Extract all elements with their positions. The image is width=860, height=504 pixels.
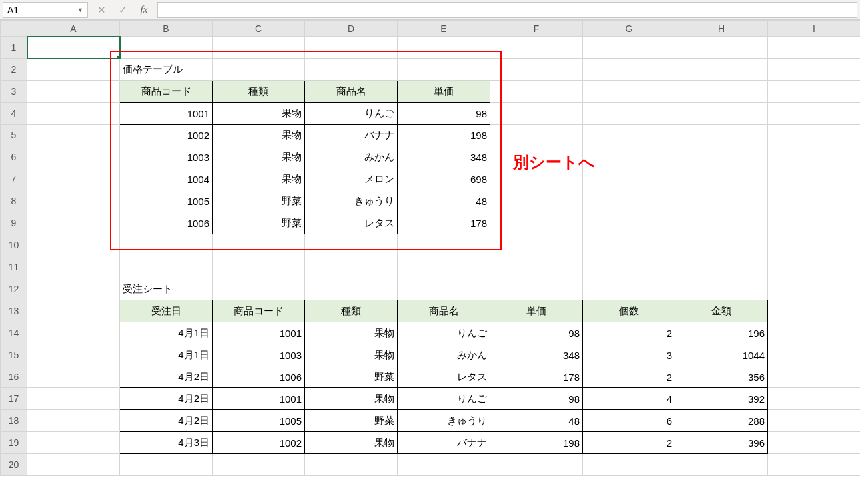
cell[interactable]	[675, 168, 768, 190]
row-header[interactable]: 8	[1, 190, 27, 212]
table1-header[interactable]: 単価	[398, 81, 490, 103]
cell[interactable]	[490, 212, 583, 234]
cell[interactable]	[583, 37, 675, 59]
cell[interactable]: 396	[675, 432, 768, 454]
cell[interactable]	[213, 256, 305, 278]
cell[interactable]: 4月2日	[120, 366, 213, 388]
table2-header[interactable]: 商品コード	[213, 300, 305, 322]
cell[interactable]	[27, 103, 120, 125]
formula-input[interactable]	[157, 2, 857, 18]
cell[interactable]	[27, 81, 120, 103]
cell[interactable]: バナナ	[305, 125, 398, 146]
cell[interactable]: 果物	[305, 388, 398, 410]
cell[interactable]: 348	[398, 146, 490, 168]
cell[interactable]	[305, 37, 398, 59]
row-header[interactable]: 4	[1, 103, 27, 125]
cell[interactable]: 1002	[120, 125, 213, 146]
cell[interactable]: きゅうり	[398, 410, 490, 432]
cell[interactable]	[768, 81, 861, 103]
cell[interactable]	[305, 454, 398, 476]
row-header[interactable]: 14	[1, 322, 27, 344]
cell[interactable]: 1001	[213, 388, 305, 410]
column-header[interactable]: G	[583, 21, 675, 37]
cell[interactable]	[27, 125, 120, 146]
cell[interactable]: レタス	[398, 366, 490, 388]
table2-header[interactable]: 受注日	[120, 300, 213, 322]
table1-title[interactable]: 価格テーブル	[120, 59, 213, 81]
cell[interactable]	[675, 81, 768, 103]
cell[interactable]: 348	[490, 344, 583, 366]
cell[interactable]: 178	[398, 212, 490, 234]
cell[interactable]: 1001	[120, 103, 213, 125]
cell[interactable]: みかん	[398, 344, 490, 366]
cell[interactable]	[305, 59, 398, 81]
row-header[interactable]: 19	[1, 432, 27, 454]
cell[interactable]	[27, 454, 120, 476]
cell[interactable]	[768, 432, 861, 454]
row-header[interactable]: 18	[1, 410, 27, 432]
cell[interactable]	[583, 168, 675, 190]
cell[interactable]	[675, 454, 768, 476]
enter-icon[interactable]: ✓	[115, 4, 131, 16]
row-header[interactable]: 5	[1, 125, 27, 146]
cell[interactable]	[27, 256, 120, 278]
name-box[interactable]: A1 ▼	[3, 2, 88, 18]
column-header[interactable]: E	[398, 21, 490, 37]
cell[interactable]	[213, 454, 305, 476]
cell[interactable]	[120, 454, 213, 476]
cell[interactable]: 4月1日	[120, 322, 213, 344]
column-header[interactable]: B	[120, 21, 213, 37]
cell[interactable]: 98	[490, 322, 583, 344]
cell[interactable]: 1004	[120, 168, 213, 190]
cell[interactable]: 4月2日	[120, 410, 213, 432]
cell[interactable]	[768, 168, 861, 190]
cell[interactable]: 果物	[305, 432, 398, 454]
cell[interactable]	[675, 190, 768, 212]
cell-A1[interactable]	[27, 37, 120, 59]
cell[interactable]	[398, 59, 490, 81]
cell[interactable]	[583, 103, 675, 125]
cell[interactable]: 178	[490, 366, 583, 388]
cell[interactable]	[768, 454, 861, 476]
cell[interactable]: 98	[490, 388, 583, 410]
cell[interactable]: 48	[398, 190, 490, 212]
cell[interactable]	[768, 256, 861, 278]
cell[interactable]: 果物	[213, 125, 305, 146]
cell[interactable]: 2	[583, 322, 675, 344]
cell[interactable]	[490, 256, 583, 278]
cell[interactable]	[398, 278, 490, 300]
column-header[interactable]: H	[675, 21, 768, 37]
row-header[interactable]: 10	[1, 234, 27, 256]
cell[interactable]: 1003	[120, 146, 213, 168]
cell[interactable]: 1005	[120, 190, 213, 212]
cell[interactable]	[27, 366, 120, 388]
cell[interactable]	[583, 454, 675, 476]
cell[interactable]: 1005	[213, 410, 305, 432]
row-header[interactable]: 17	[1, 388, 27, 410]
cell[interactable]: りんご	[398, 388, 490, 410]
cell[interactable]	[675, 59, 768, 81]
cell[interactable]: 野菜	[213, 190, 305, 212]
cell[interactable]	[213, 234, 305, 256]
row-header[interactable]: 11	[1, 256, 27, 278]
cell[interactable]	[768, 410, 861, 432]
cell[interactable]	[27, 59, 120, 81]
cell[interactable]: 1006	[213, 366, 305, 388]
cell[interactable]	[398, 37, 490, 59]
cell[interactable]	[768, 344, 861, 366]
cell[interactable]	[490, 278, 583, 300]
table1-header[interactable]: 種類	[213, 81, 305, 103]
row-header[interactable]: 9	[1, 212, 27, 234]
cell[interactable]	[583, 256, 675, 278]
cell[interactable]: レタス	[305, 212, 398, 234]
cell[interactable]	[490, 37, 583, 59]
cell[interactable]	[27, 234, 120, 256]
cell[interactable]	[768, 234, 861, 256]
cell[interactable]: バナナ	[398, 432, 490, 454]
cell[interactable]: 198	[398, 125, 490, 146]
cell[interactable]	[398, 454, 490, 476]
cancel-icon[interactable]: ✕	[93, 4, 109, 16]
cell[interactable]	[27, 212, 120, 234]
row-header[interactable]: 12	[1, 278, 27, 300]
cell[interactable]	[583, 81, 675, 103]
